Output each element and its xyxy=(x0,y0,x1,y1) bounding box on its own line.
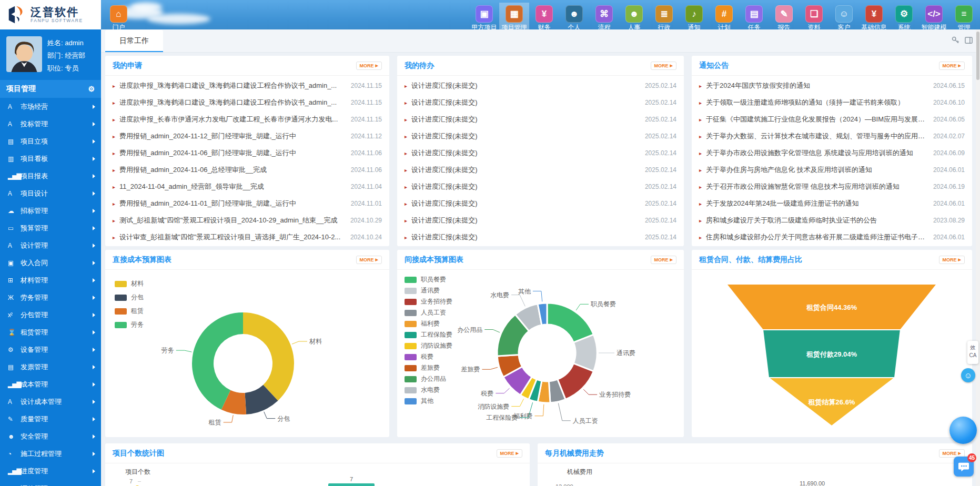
list-item[interactable]: ▸ 关于举办大数据、云计算技术在城市建设、规划、管理与服务中的应用培训班... … xyxy=(692,128,972,145)
topnav-item-portal[interactable]: ⌂ 门户 xyxy=(104,3,134,32)
topnav-item[interactable]: ⌘ 流程 xyxy=(589,3,619,32)
panel-toggle-icon[interactable] xyxy=(965,36,973,44)
topnav-item[interactable]: ☺ 客户 xyxy=(829,3,859,32)
sidebar-item[interactable]: ▂▅▇ 项目报表 xyxy=(0,167,101,185)
list-item[interactable]: ▸ 关于召开市政公用设施智慧化管理 信息技术与应用培训班的通知 2024.06.… xyxy=(692,178,972,195)
sidebar-item[interactable]: ◔ 施工过程管理 xyxy=(0,445,101,462)
donut-slice-材料[interactable] xyxy=(243,312,294,401)
topnav-item[interactable]: </> 智能建模 xyxy=(919,3,949,32)
bar[interactable] xyxy=(328,483,375,486)
legend-item[interactable]: 福利费 xyxy=(405,319,452,328)
list-item[interactable]: ▸ 于征集《中国建筑施工行业信息化发展报告（2024）—BIM应用与发展》材料.… xyxy=(692,111,972,128)
list-item[interactable]: ▸ 设计进度汇报(未提交) 2025.02.14 xyxy=(397,161,684,178)
sidebar-item[interactable]: ⌛ 租赁管理 xyxy=(0,323,101,341)
more-button[interactable]: MORE▶ xyxy=(651,256,676,264)
sidebar-item[interactable]: A 项目设计 xyxy=(0,185,101,202)
list-item[interactable]: ▸ 设计进度汇报(未提交) 2025.02.14 xyxy=(397,128,684,145)
legend-item[interactable]: 人员工资 xyxy=(405,308,452,317)
topnav-item[interactable]: ≡ 管理 xyxy=(949,3,979,32)
avatar[interactable] xyxy=(6,36,42,72)
list-item[interactable]: ▸ 进度款申报_珠海鹤港口建设_珠海鹤港口建设工程合作协议书_admin_...… xyxy=(105,77,389,94)
sidebar-item[interactable]: ▣ 收入合同 xyxy=(0,254,101,271)
sidebar-item[interactable]: x² 分包管理 xyxy=(0,306,101,323)
list-item[interactable]: ▸ 关于发放2024年第24批一级建造师注册证书的通知 2024.06.01 xyxy=(692,195,972,212)
scrollbar-thumb[interactable] xyxy=(976,32,979,80)
list-item[interactable]: ▸ 房和城乡建设厅关于取消二级建造师临时执业证书的公告 2023.08.29 xyxy=(692,212,972,229)
tab-daily-work[interactable]: 日常工作 xyxy=(105,30,163,52)
more-button[interactable]: MORE▶ xyxy=(651,62,676,70)
more-button[interactable]: MORE▶ xyxy=(939,62,965,70)
legend-item[interactable]: 差旅费 xyxy=(405,363,452,372)
list-item[interactable]: ▸ 测试_彭祖新城"四馆"景观工程设计项目_2024-10-29_admin_结… xyxy=(105,212,389,229)
sidebar-item[interactable]: ⚙ 设备管理 xyxy=(0,341,101,358)
legend-item[interactable]: 水电费 xyxy=(405,386,452,394)
topnav-item[interactable]: # 计划 xyxy=(709,3,739,32)
list-item[interactable]: ▸ 进度款申报_长春市伊通河水力发电厂改建工程_长春市伊通河水力发电... 20… xyxy=(105,111,389,128)
sidebar-item[interactable]: ▂▅▇ 进度管理 xyxy=(0,462,101,480)
legend-item[interactable]: 职员餐费 xyxy=(405,275,452,284)
topnav-item[interactable]: ¥ 财务 xyxy=(529,3,559,32)
list-item[interactable]: ▸ 设计进度汇报(未提交) 2025.02.14 xyxy=(397,94,684,111)
chat-button[interactable]: 45 xyxy=(954,457,974,477)
legend-item[interactable]: 通讯费 xyxy=(405,286,452,295)
topnav-item[interactable]: ▤ 任务 xyxy=(739,3,769,32)
sidebar-item[interactable]: ⊞ 材料管理 xyxy=(0,271,101,289)
sidebar-item[interactable]: ✎ 质量管理 xyxy=(0,410,101,428)
sidebar-item[interactable]: ▥ 项目看板 xyxy=(0,150,101,167)
legend-item[interactable]: 劳务 xyxy=(115,320,144,329)
topnav-item[interactable]: ☻ 人事 xyxy=(619,3,649,32)
sidebar-item[interactable]: ▮ 证件管理 xyxy=(0,480,101,486)
customer-service-icon[interactable]: ☺ xyxy=(961,368,975,382)
topnav-item[interactable]: ♪ 通知 xyxy=(679,3,709,32)
side-utility-widget[interactable]: 效 CA xyxy=(967,341,978,364)
list-item[interactable]: ▸ 费用报销_admin_2024-11-06_总经理审批__完成 2024.1… xyxy=(105,161,389,178)
legend-item[interactable]: 办公用品 xyxy=(405,374,452,383)
list-item[interactable]: ▸ 住房和城乡建设部办公厅关于同意吉林省开展二级建造师注册证书电子化试点... … xyxy=(692,229,972,246)
sidebar-item[interactable]: ☁ 招标管理 xyxy=(0,202,101,219)
list-item[interactable]: ▸ 设计进度汇报(未提交) 2025.02.14 xyxy=(397,195,684,212)
legend-item[interactable]: 租赁 xyxy=(115,307,144,316)
more-button[interactable]: MORE▶ xyxy=(356,256,382,264)
list-item[interactable]: ▸ 设计审查_彭祖新城"四馆"景观工程设计项目_请选择_胡广生_2024-10-… xyxy=(105,229,389,246)
legend-item[interactable]: 税费 xyxy=(405,352,452,361)
app-logo[interactable]: 泛普软件 FANPU SOFTWARE xyxy=(0,0,101,29)
topnav-item[interactable]: ✎ 报告 xyxy=(769,3,799,32)
legend-item[interactable]: 工程保险费 xyxy=(405,330,452,339)
list-item[interactable]: ▸ 设计进度汇报(未提交) 2025.02.14 xyxy=(397,77,684,94)
legend-item[interactable]: 分包 xyxy=(115,293,144,302)
topnav-item[interactable]: ¥ 基础信息 xyxy=(859,3,889,32)
sidebar-item[interactable]: A 设计管理 xyxy=(0,237,101,254)
topnav-item[interactable]: ▣ 甲方项目 xyxy=(469,3,499,32)
legend-item[interactable]: 消防设施费 xyxy=(405,341,452,350)
list-item[interactable]: ▸ 关于2024年国庆节放假安排的通知 2024.06.15 xyxy=(692,77,972,94)
sidebar-item[interactable]: A 市场经营 xyxy=(0,98,101,115)
sidebar-item[interactable]: ▤ 项目立项 xyxy=(0,133,101,150)
more-button[interactable]: MORE▶ xyxy=(939,256,965,264)
sidebar-item[interactable]: ▭ 预算管理 xyxy=(0,219,101,237)
key-icon[interactable] xyxy=(952,36,959,44)
list-item[interactable]: ▸ 设计进度汇报(未提交) 2025.02.14 xyxy=(397,212,684,229)
sidebar-item[interactable]: Ж 劳务管理 xyxy=(0,289,101,306)
list-item[interactable]: ▸ 费用报销_admin_2024-11-06_部门经理审批_胡建,_运行中 2… xyxy=(105,145,389,161)
sidebar-item[interactable]: A 设计成本管理 xyxy=(0,393,101,410)
list-item[interactable]: ▸ 关于举办市政公用设施数字化管理信息 系统建设与应用培训班的通知 2024.0… xyxy=(692,145,972,161)
gear-icon[interactable]: ⚙ xyxy=(88,85,95,93)
list-item[interactable]: ▸ 设计进度汇报(未提交) 2025.02.14 xyxy=(397,178,684,195)
more-button[interactable]: MORE▶ xyxy=(356,62,382,70)
list-item[interactable]: ▸ 费用报销_admin_2024-11-01_部门经理审批_胡建,_运行中 2… xyxy=(105,195,389,212)
legend-item[interactable]: 业务招待费 xyxy=(405,297,452,306)
sidebar-header[interactable]: 项目管理 ⚙ xyxy=(0,80,101,98)
more-button[interactable]: MORE▶ xyxy=(497,449,522,458)
list-item[interactable]: ▸ 设计进度汇报(未提交) 2025.02.14 xyxy=(397,229,684,246)
list-item[interactable]: ▸ 关于举办住房与房地产信息化 技术及应用培训班的通知 2024.06.01 xyxy=(692,161,972,178)
assistant-bubble-icon[interactable] xyxy=(949,417,977,444)
list-item[interactable]: ▸ 11_2024-11-04_admin_经营部_领导审批__完成 2024.… xyxy=(105,178,389,195)
sidebar-item[interactable]: A 投标管理 xyxy=(0,115,101,133)
topnav-item[interactable]: ≣ 行政 xyxy=(649,3,679,32)
topnav-item[interactable]: ▦ 项目管理 xyxy=(499,3,529,32)
sidebar-item[interactable]: ☻ 安全管理 xyxy=(0,428,101,445)
topnav-item[interactable]: ❏ 资料 xyxy=(799,3,829,32)
list-item[interactable]: ▸ 设计进度汇报(未提交) 2025.02.14 xyxy=(397,111,684,128)
topnav-item[interactable]: ☻ 个人 xyxy=(559,3,589,32)
legend-item[interactable]: 其他 xyxy=(405,397,452,406)
